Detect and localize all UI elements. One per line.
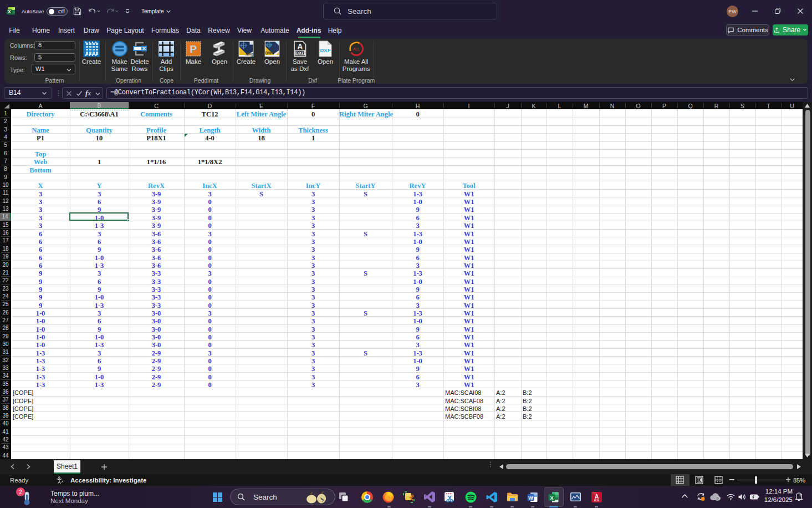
svg-text:ALL: ALL <box>353 47 360 51</box>
svg-text:A: A <box>297 42 303 51</box>
svg-text:W: W <box>528 495 533 501</box>
svg-text:X: X <box>550 495 553 501</box>
svg-text:A: A <box>595 494 599 500</box>
svg-text:CAD: CAD <box>595 499 599 501</box>
svg-text:.dwg: .dwg <box>245 52 253 57</box>
svg-text:P: P <box>190 43 197 55</box>
svg-text:X: X <box>8 9 11 14</box>
svg-text:DWG: DWG <box>265 51 275 55</box>
svg-text:DXF: DXF <box>320 47 331 53</box>
